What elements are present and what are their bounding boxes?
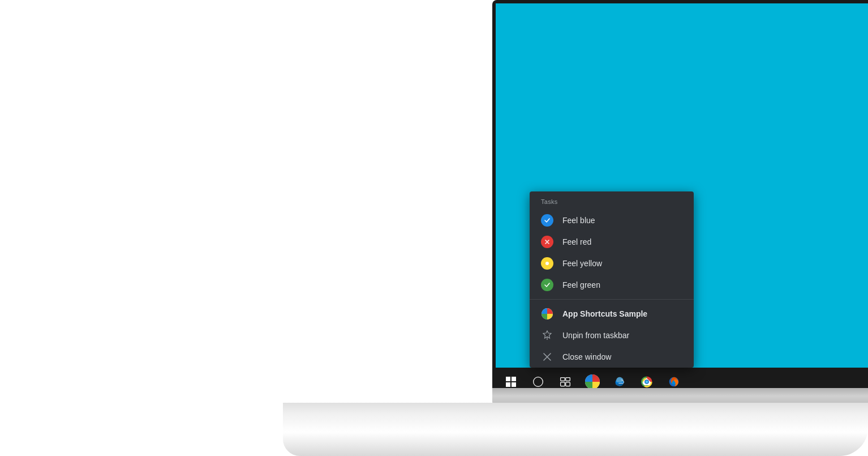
feel-red-label: Feel red xyxy=(562,237,591,246)
svg-point-14 xyxy=(545,262,549,265)
context-menu-unpin[interactable]: Unpin from taskbar xyxy=(530,325,694,346)
windows-logo-icon xyxy=(506,377,516,387)
app-shortcuts-label: App Shortcuts Sample xyxy=(562,309,647,318)
feel-green-icon xyxy=(541,279,553,291)
laptop-base-area xyxy=(283,388,868,456)
svg-rect-4 xyxy=(566,382,570,386)
context-menu-feel-red[interactable]: Feel red xyxy=(530,231,694,253)
svg-rect-3 xyxy=(561,382,565,386)
unpin-icon xyxy=(541,329,553,342)
app-shortcuts-menu-icon xyxy=(541,308,553,320)
context-menu-feel-blue[interactable]: Feel blue xyxy=(530,210,694,231)
task-view-icon xyxy=(560,376,571,387)
svg-rect-2 xyxy=(566,378,570,381)
feel-yellow-icon xyxy=(541,257,553,270)
screen-inner: Tasks Feel blue Feel red Feel xyxy=(496,3,868,396)
context-menu-feel-yellow[interactable]: Feel yellow xyxy=(530,253,694,274)
context-menu: Tasks Feel blue Feel red Feel xyxy=(530,191,694,368)
feel-yellow-label: Feel yellow xyxy=(562,259,602,268)
context-menu-section-label: Tasks xyxy=(530,191,694,210)
laptop-screen-frame: Tasks Feel blue Feel red Feel xyxy=(492,0,868,399)
feel-blue-label: Feel blue xyxy=(562,216,595,225)
context-menu-close-window[interactable]: Close window xyxy=(530,346,694,368)
close-x-icon xyxy=(541,351,553,363)
chrome-icon xyxy=(641,376,652,387)
svg-point-0 xyxy=(534,377,543,387)
feel-red-icon xyxy=(541,236,553,248)
app-shortcuts-pie-icon xyxy=(585,374,600,390)
firefox-icon xyxy=(668,376,680,387)
feel-green-label: Feel green xyxy=(562,280,600,289)
svg-point-11 xyxy=(646,381,648,383)
search-circle-icon xyxy=(532,376,544,387)
svg-rect-1 xyxy=(561,378,565,381)
context-menu-app-shortcuts[interactable]: App Shortcuts Sample xyxy=(530,303,694,325)
unpin-label: Unpin from taskbar xyxy=(562,331,629,340)
close-window-label: Close window xyxy=(562,352,611,361)
laptop-hinge xyxy=(492,388,868,404)
context-menu-divider xyxy=(530,299,694,300)
laptop-base xyxy=(283,403,868,456)
context-menu-feel-green[interactable]: Feel green xyxy=(530,274,694,296)
feel-blue-icon xyxy=(541,214,553,227)
edge-icon xyxy=(614,376,625,387)
